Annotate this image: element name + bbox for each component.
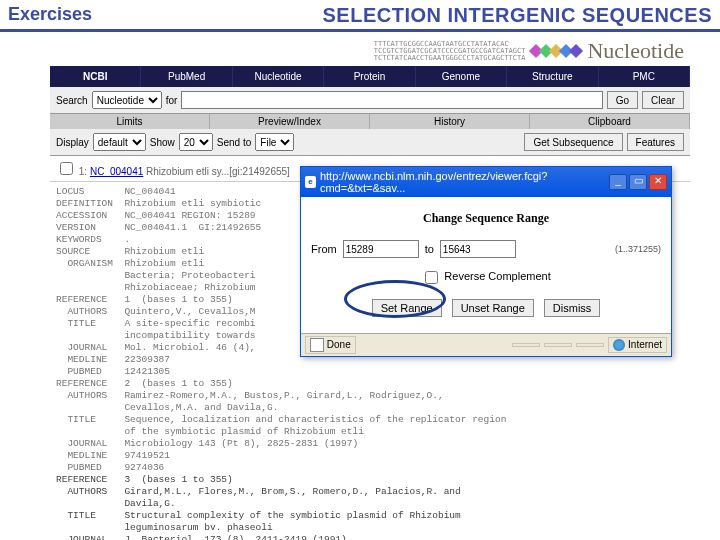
- dialog-url: http://www.ncbi.nlm.nih.gov/entrez/viewe…: [320, 170, 605, 194]
- sub-nav: Limits Preview/Index History Clipboard: [50, 114, 690, 129]
- set-range-button[interactable]: Set Range: [372, 299, 442, 317]
- display-format-select[interactable]: default: [93, 133, 146, 151]
- to-input[interactable]: [440, 240, 516, 258]
- nav-nucleotide[interactable]: Nucleotide: [233, 66, 324, 87]
- shapes-decor: [531, 46, 581, 56]
- features-button[interactable]: Features: [627, 133, 684, 151]
- display-label: Display: [56, 137, 89, 148]
- range-max-label: (1..371255): [615, 244, 661, 254]
- slide-left-label: Exercises: [8, 4, 92, 25]
- minimize-button[interactable]: _: [609, 174, 627, 190]
- reverse-complement-label: Reverse Complement: [444, 270, 550, 282]
- sendto-label: Send to: [217, 137, 251, 148]
- nav-pmc[interactable]: PMC: [599, 66, 690, 87]
- top-navbar: NCBI PubMed Nucleotide Protein Genome St…: [50, 66, 690, 87]
- search-label: Search: [56, 95, 88, 106]
- show-count-select[interactable]: 20: [179, 133, 213, 151]
- search-bar: Search Nucleotide for Go Clear: [50, 87, 690, 114]
- maximize-button[interactable]: ▭: [629, 174, 647, 190]
- nucleotide-word: Nucleotide: [587, 38, 684, 64]
- subnav-limits[interactable]: Limits: [50, 114, 210, 129]
- slide-title: SELECTION INTERGENIC SEQUENCES: [323, 4, 713, 27]
- dialog-heading: Change Sequence Range: [311, 211, 661, 226]
- ie-icon: e: [305, 176, 316, 188]
- to-label: to: [425, 243, 434, 255]
- dialog-titlebar[interactable]: e http://www.ncbi.nlm.nih.gov/entrez/vie…: [301, 167, 671, 197]
- dna-text-decor: TTTCATTGCGGCCAAGTAATGCCTATATACACTCCGTCTG…: [374, 41, 526, 62]
- go-button[interactable]: Go: [607, 91, 638, 109]
- subnav-clipboard[interactable]: Clipboard: [530, 114, 690, 129]
- nav-structure[interactable]: Structure: [507, 66, 598, 87]
- dismiss-button[interactable]: Dismiss: [544, 299, 601, 317]
- clear-button[interactable]: Clear: [642, 91, 684, 109]
- display-bar: Display default Show 20 Send to File Get…: [50, 129, 690, 156]
- nav-ncbi[interactable]: NCBI: [50, 66, 141, 87]
- status-done: Done: [327, 339, 351, 350]
- from-label: From: [311, 243, 337, 255]
- sendto-select[interactable]: File: [255, 133, 294, 151]
- get-subsequence-button[interactable]: Get Subsequence: [524, 133, 622, 151]
- close-button[interactable]: ✕: [649, 174, 667, 190]
- from-input[interactable]: [343, 240, 419, 258]
- nav-protein[interactable]: Protein: [324, 66, 415, 87]
- internet-zone-icon: [613, 339, 625, 351]
- status-zone: Internet: [628, 339, 662, 350]
- subnav-history[interactable]: History: [370, 114, 530, 129]
- show-label: Show: [150, 137, 175, 148]
- nav-genome[interactable]: Genome: [416, 66, 507, 87]
- change-range-dialog: e http://www.ncbi.nlm.nih.gov/entrez/vie…: [300, 166, 672, 357]
- done-icon: [310, 338, 324, 352]
- result-desc: Rhizobium etli sy...[gi:21492655]: [146, 166, 290, 177]
- search-input[interactable]: [181, 91, 602, 109]
- header-rule: [0, 29, 720, 32]
- subnav-preview[interactable]: Preview/Index: [210, 114, 370, 129]
- unset-range-button[interactable]: Unset Range: [452, 299, 534, 317]
- search-db-select[interactable]: Nucleotide: [92, 91, 162, 109]
- dialog-statusbar: Done Internet: [301, 333, 671, 356]
- reverse-complement-checkbox[interactable]: [425, 271, 438, 284]
- nucleotide-banner: TTTCATTGCGGCCAAGTAATGCCTATATACACTCCGTCTG…: [50, 36, 690, 66]
- result-accession-link[interactable]: NC_004041: [90, 166, 143, 177]
- result-index: 1:: [79, 166, 87, 177]
- nav-pubmed[interactable]: PubMed: [141, 66, 232, 87]
- for-label: for: [166, 95, 178, 106]
- result-checkbox[interactable]: [60, 162, 73, 175]
